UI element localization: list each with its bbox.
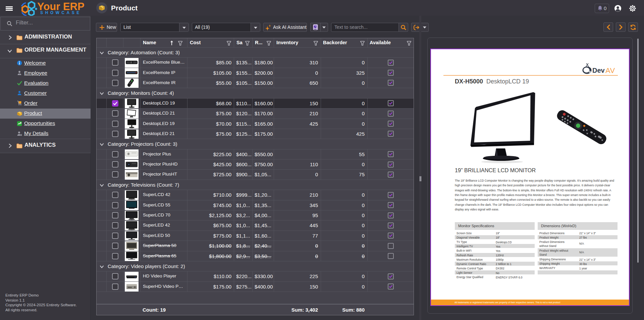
svg-text:Dev: Dev [592,67,605,74]
svg-text:AV: AV [605,66,615,75]
